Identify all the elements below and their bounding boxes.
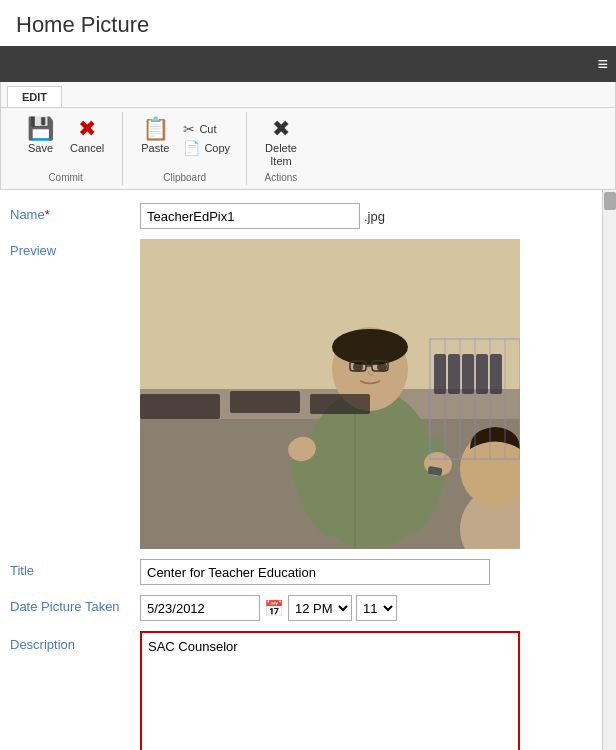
form-area: Name* .jpg Preview	[0, 190, 616, 750]
save-button[interactable]: 💾 Save	[21, 116, 60, 157]
cut-label: Cut	[199, 123, 216, 135]
svg-rect-29	[434, 354, 446, 394]
svg-rect-22	[310, 394, 370, 414]
date-input[interactable]	[140, 595, 260, 621]
required-star: *	[45, 207, 50, 222]
description-label: Description	[10, 631, 140, 652]
page-title: Home Picture	[0, 0, 616, 46]
scrollbar-thumb[interactable]	[604, 192, 616, 210]
save-label: Save	[28, 142, 53, 155]
cancel-button[interactable]: ✖ Cancel	[64, 116, 110, 157]
svg-rect-20	[140, 394, 220, 419]
cut-icon: ✂	[183, 121, 195, 137]
preview-image	[140, 239, 520, 549]
cancel-icon: ✖	[78, 118, 96, 140]
ribbon-tabs: EDIT	[1, 82, 615, 108]
delete-icon: ✖	[272, 118, 290, 140]
svg-point-6	[332, 329, 408, 365]
ribbon-group-actions: ✖ DeleteItem Actions	[247, 112, 315, 185]
cut-button[interactable]: ✂ Cut	[179, 120, 234, 138]
name-ext: .jpg	[364, 209, 385, 224]
date-label: Date Picture Taken	[10, 595, 140, 614]
title-label: Title	[10, 559, 140, 578]
save-icon: 💾	[27, 118, 54, 140]
paste-icon: 📋	[142, 118, 169, 140]
description-textarea[interactable]: SAC Counselor	[144, 635, 516, 745]
paste-button[interactable]: 📋 Paste	[135, 116, 175, 157]
copy-button[interactable]: 📄 Copy	[179, 139, 234, 157]
title-row: Title	[0, 554, 600, 590]
calendar-icon[interactable]: 📅	[264, 599, 284, 618]
name-row: Name* .jpg	[0, 198, 600, 234]
minute-select[interactable]: 11 12 13 14 15	[356, 595, 397, 621]
ribbon-body: 💾 Save ✖ Cancel Commit 📋 Paste ✂	[1, 108, 615, 189]
cancel-label: Cancel	[70, 142, 104, 155]
copy-icon: 📄	[183, 140, 200, 156]
description-row: Description SAC Counselor Used as altern…	[0, 626, 600, 750]
copy-label: Copy	[204, 142, 230, 154]
ribbon: EDIT 💾 Save ✖ Cancel Commit 📋 Pas	[0, 82, 616, 190]
description-wrapper: SAC Counselor Used as alternative text f…	[140, 631, 520, 750]
date-controls: 📅 12 PM 1 PM 2 PM 3 PM 4 PM 5 PM 11 12 1…	[140, 595, 397, 621]
top-bar: ≡	[0, 46, 616, 82]
small-buttons: ✂ Cut 📄 Copy	[179, 116, 234, 157]
preview-row: Preview	[0, 234, 600, 554]
delete-label: DeleteItem	[265, 142, 297, 168]
ribbon-group-clipboard: 📋 Paste ✂ Cut 📄 Copy Clipboard	[123, 112, 247, 185]
paste-label: Paste	[141, 142, 169, 155]
name-input-row: .jpg	[140, 203, 385, 229]
commit-group-label: Commit	[48, 172, 82, 183]
delete-item-button[interactable]: ✖ DeleteItem	[259, 116, 303, 170]
svg-rect-33	[490, 354, 502, 394]
svg-rect-30	[448, 354, 460, 394]
name-label: Name*	[10, 203, 140, 222]
clipboard-group-label: Clipboard	[163, 172, 206, 183]
actions-group-label: Actions	[265, 172, 298, 183]
ribbon-group-commit: 💾 Save ✖ Cancel Commit	[9, 112, 123, 185]
svg-rect-32	[476, 354, 488, 394]
tab-edit[interactable]: EDIT	[7, 86, 62, 107]
name-input[interactable]	[140, 203, 360, 229]
hamburger-icon[interactable]: ≡	[597, 54, 608, 75]
date-row: Date Picture Taken 📅 12 PM 1 PM 2 PM 3 P…	[0, 590, 600, 626]
svg-rect-21	[230, 391, 300, 413]
preview-label: Preview	[10, 239, 140, 258]
svg-rect-31	[462, 354, 474, 394]
title-input[interactable]	[140, 559, 490, 585]
hour-select[interactable]: 12 PM 1 PM 2 PM 3 PM 4 PM 5 PM	[288, 595, 352, 621]
